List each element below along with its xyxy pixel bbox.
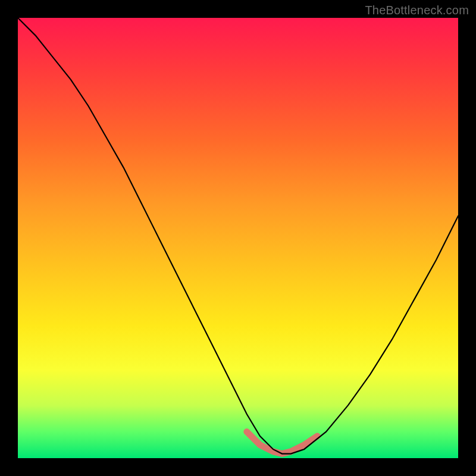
plot-area xyxy=(18,18,458,458)
chart-frame: TheBottleneck.com xyxy=(0,0,476,476)
bottleneck-curve xyxy=(18,18,458,454)
tolerance-band xyxy=(247,432,317,454)
watermark-text: TheBottleneck.com xyxy=(365,4,469,17)
chart-svg xyxy=(18,18,458,458)
